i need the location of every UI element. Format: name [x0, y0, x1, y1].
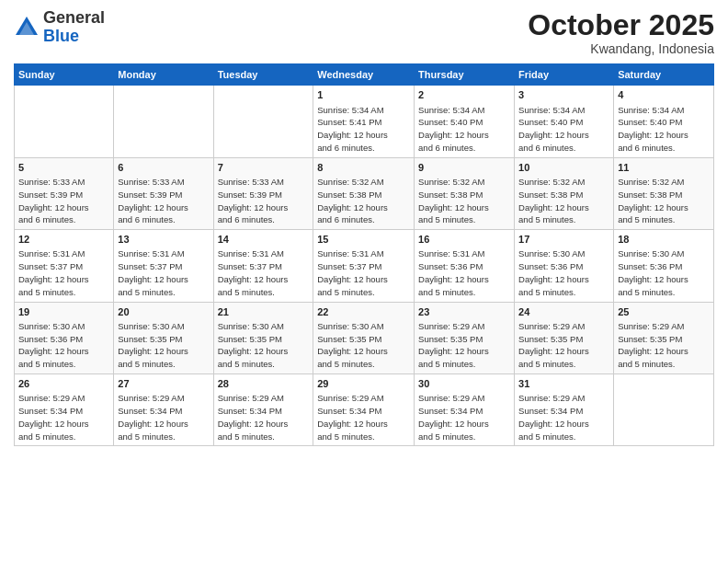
logo-general: General [43, 8, 105, 27]
day-number: 28 [218, 377, 310, 391]
calendar-cell: 10Sunrise: 5:32 AM Sunset: 5:38 PM Dayli… [515, 157, 614, 229]
location-subtitle: Kwandang, Indonesia [528, 41, 714, 56]
col-thursday: Thursday [415, 64, 515, 86]
day-info: Sunrise: 5:34 AM Sunset: 5:40 PM Dayligh… [418, 104, 510, 155]
calendar-cell [213, 86, 313, 157]
day-info: Sunrise: 5:30 AM Sunset: 5:36 PM Dayligh… [518, 247, 609, 298]
day-number: 12 [18, 233, 109, 247]
day-info: Sunrise: 5:29 AM Sunset: 5:34 PM Dayligh… [218, 392, 310, 442]
page-header: General Blue October 2025 Kwandang, Indo… [14, 9, 714, 56]
col-sunday: Sunday [15, 64, 114, 86]
day-number: 27 [118, 377, 209, 391]
day-number: 31 [518, 377, 609, 391]
day-info: Sunrise: 5:33 AM Sunset: 5:39 PM Dayligh… [18, 176, 109, 226]
day-number: 2 [418, 88, 510, 102]
day-number: 18 [618, 233, 710, 247]
day-number: 19 [18, 305, 109, 319]
day-number: 25 [618, 305, 710, 319]
calendar-cell: 6Sunrise: 5:33 AM Sunset: 5:39 PM Daylig… [114, 157, 213, 229]
calendar-table: Sunday Monday Tuesday Wednesday Thursday… [14, 63, 714, 446]
day-number: 29 [317, 377, 410, 391]
day-number: 3 [518, 88, 609, 102]
day-number: 16 [418, 233, 510, 247]
day-number: 21 [218, 305, 310, 319]
calendar-header: Sunday Monday Tuesday Wednesday Thursday… [15, 64, 714, 86]
calendar-cell: 15Sunrise: 5:31 AM Sunset: 5:37 PM Dayli… [313, 230, 415, 302]
day-number: 8 [317, 161, 410, 175]
calendar-cell: 14Sunrise: 5:31 AM Sunset: 5:37 PM Dayli… [213, 230, 313, 302]
calendar-cell: 27Sunrise: 5:29 AM Sunset: 5:34 PM Dayli… [114, 374, 213, 446]
logo-icon [14, 15, 40, 40]
col-wednesday: Wednesday [313, 64, 415, 86]
logo: General Blue [14, 9, 105, 46]
calendar-cell: 24Sunrise: 5:29 AM Sunset: 5:35 PM Dayli… [515, 302, 614, 373]
calendar-cell: 9Sunrise: 5:32 AM Sunset: 5:38 PM Daylig… [415, 157, 515, 229]
calendar-cell: 20Sunrise: 5:30 AM Sunset: 5:35 PM Dayli… [114, 302, 213, 373]
calendar-cell: 19Sunrise: 5:30 AM Sunset: 5:36 PM Dayli… [15, 302, 114, 373]
calendar-week-1: 1Sunrise: 5:34 AM Sunset: 5:41 PM Daylig… [15, 86, 714, 157]
day-info: Sunrise: 5:31 AM Sunset: 5:37 PM Dayligh… [118, 247, 209, 298]
day-info: Sunrise: 5:31 AM Sunset: 5:37 PM Dayligh… [18, 247, 109, 298]
calendar-cell: 1Sunrise: 5:34 AM Sunset: 5:41 PM Daylig… [313, 86, 415, 157]
day-info: Sunrise: 5:34 AM Sunset: 5:40 PM Dayligh… [518, 104, 609, 155]
day-number: 14 [218, 233, 310, 247]
calendar-cell [614, 374, 714, 446]
calendar-cell: 5Sunrise: 5:33 AM Sunset: 5:39 PM Daylig… [15, 157, 114, 229]
calendar-cell: 30Sunrise: 5:29 AM Sunset: 5:34 PM Dayli… [415, 374, 515, 446]
page-container: General Blue October 2025 Kwandang, Indo… [0, 0, 728, 563]
calendar-cell: 3Sunrise: 5:34 AM Sunset: 5:40 PM Daylig… [515, 86, 614, 157]
calendar-cell: 2Sunrise: 5:34 AM Sunset: 5:40 PM Daylig… [415, 86, 515, 157]
calendar-cell: 12Sunrise: 5:31 AM Sunset: 5:37 PM Dayli… [15, 230, 114, 302]
day-info: Sunrise: 5:31 AM Sunset: 5:36 PM Dayligh… [418, 247, 510, 298]
day-info: Sunrise: 5:32 AM Sunset: 5:38 PM Dayligh… [618, 176, 710, 226]
day-info: Sunrise: 5:29 AM Sunset: 5:34 PM Dayligh… [18, 392, 109, 442]
day-number: 4 [618, 88, 710, 102]
calendar-cell: 21Sunrise: 5:30 AM Sunset: 5:35 PM Dayli… [213, 302, 313, 373]
day-number: 15 [317, 233, 410, 247]
day-info: Sunrise: 5:31 AM Sunset: 5:37 PM Dayligh… [218, 247, 310, 298]
day-number: 11 [618, 161, 710, 175]
col-saturday: Saturday [614, 64, 714, 86]
calendar-cell: 18Sunrise: 5:30 AM Sunset: 5:36 PM Dayli… [614, 230, 714, 302]
calendar-cell: 29Sunrise: 5:29 AM Sunset: 5:34 PM Dayli… [313, 374, 415, 446]
calendar-cell: 22Sunrise: 5:30 AM Sunset: 5:35 PM Dayli… [313, 302, 415, 373]
day-number: 22 [317, 305, 410, 319]
day-info: Sunrise: 5:29 AM Sunset: 5:35 PM Dayligh… [518, 320, 609, 371]
day-info: Sunrise: 5:29 AM Sunset: 5:34 PM Dayligh… [118, 392, 209, 442]
calendar-cell [15, 86, 114, 157]
calendar-cell: 11Sunrise: 5:32 AM Sunset: 5:38 PM Dayli… [614, 157, 714, 229]
calendar-week-4: 19Sunrise: 5:30 AM Sunset: 5:36 PM Dayli… [15, 302, 714, 373]
calendar-cell: 8Sunrise: 5:32 AM Sunset: 5:38 PM Daylig… [313, 157, 415, 229]
col-tuesday: Tuesday [213, 64, 313, 86]
calendar-cell [114, 86, 213, 157]
day-number: 9 [418, 161, 510, 175]
day-info: Sunrise: 5:34 AM Sunset: 5:40 PM Dayligh… [618, 104, 710, 155]
day-info: Sunrise: 5:29 AM Sunset: 5:34 PM Dayligh… [518, 392, 609, 442]
day-number: 7 [218, 161, 310, 175]
day-info: Sunrise: 5:32 AM Sunset: 5:38 PM Dayligh… [518, 176, 609, 226]
day-info: Sunrise: 5:30 AM Sunset: 5:36 PM Dayligh… [618, 247, 710, 298]
calendar-cell: 31Sunrise: 5:29 AM Sunset: 5:34 PM Dayli… [515, 374, 614, 446]
calendar-week-2: 5Sunrise: 5:33 AM Sunset: 5:39 PM Daylig… [15, 157, 714, 229]
day-info: Sunrise: 5:33 AM Sunset: 5:39 PM Dayligh… [218, 176, 310, 226]
col-monday: Monday [114, 64, 213, 86]
calendar-body: 1Sunrise: 5:34 AM Sunset: 5:41 PM Daylig… [15, 86, 714, 446]
day-number: 20 [118, 305, 209, 319]
day-info: Sunrise: 5:30 AM Sunset: 5:35 PM Dayligh… [118, 320, 209, 371]
day-info: Sunrise: 5:30 AM Sunset: 5:35 PM Dayligh… [218, 320, 310, 371]
calendar-cell: 17Sunrise: 5:30 AM Sunset: 5:36 PM Dayli… [515, 230, 614, 302]
day-info: Sunrise: 5:30 AM Sunset: 5:36 PM Dayligh… [18, 320, 109, 371]
calendar-cell: 23Sunrise: 5:29 AM Sunset: 5:35 PM Dayli… [415, 302, 515, 373]
col-friday: Friday [515, 64, 614, 86]
day-number: 24 [518, 305, 609, 319]
calendar-cell: 7Sunrise: 5:33 AM Sunset: 5:39 PM Daylig… [213, 157, 313, 229]
calendar-cell: 26Sunrise: 5:29 AM Sunset: 5:34 PM Dayli… [15, 374, 114, 446]
day-info: Sunrise: 5:33 AM Sunset: 5:39 PM Dayligh… [118, 176, 209, 226]
day-info: Sunrise: 5:30 AM Sunset: 5:35 PM Dayligh… [317, 320, 410, 371]
calendar-cell: 25Sunrise: 5:29 AM Sunset: 5:35 PM Dayli… [614, 302, 714, 373]
calendar-week-3: 12Sunrise: 5:31 AM Sunset: 5:37 PM Dayli… [15, 230, 714, 302]
day-info: Sunrise: 5:32 AM Sunset: 5:38 PM Dayligh… [317, 176, 410, 226]
day-info: Sunrise: 5:29 AM Sunset: 5:34 PM Dayligh… [317, 392, 410, 442]
day-number: 10 [518, 161, 609, 175]
header-row: Sunday Monday Tuesday Wednesday Thursday… [15, 64, 714, 86]
